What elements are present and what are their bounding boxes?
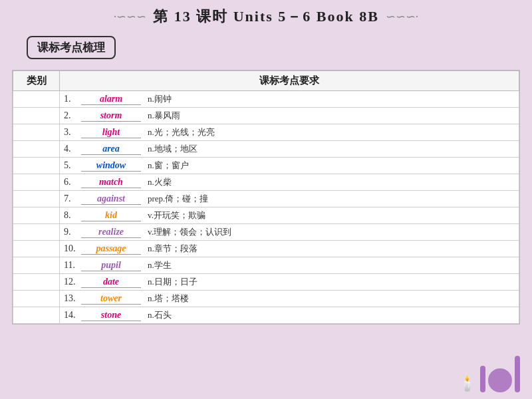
word-number: 7. xyxy=(64,194,78,204)
word-entry-cell: 7.againstprep.倚；碰；撞 xyxy=(60,191,519,207)
word-definition: n.地域；地区 xyxy=(148,143,198,155)
word-definition: n.塔；塔楼 xyxy=(148,293,189,305)
word-number: 5. xyxy=(64,160,78,171)
word-entry-cell: 3.lightn.光；光线；光亮 xyxy=(60,124,519,141)
subtitle-label: 课标考点梳理 xyxy=(27,36,116,59)
table-row: 12.daten.日期；日子 xyxy=(13,274,519,291)
word-entry-cell: 2.stormn.暴风雨 xyxy=(60,108,519,124)
word-entry-cell: 6.matchn.火柴 xyxy=(60,174,519,191)
word-number: 4. xyxy=(64,144,78,154)
table-row: 7.againstprep.倚；碰；撞 xyxy=(13,191,519,207)
deco-right: ∽∽∽· xyxy=(386,9,419,24)
table-row: 8.kidv.开玩笑；欺骗 xyxy=(13,207,519,224)
word-entry-cell: 9.realizev.理解；领会；认识到 xyxy=(60,224,519,241)
page-header: ·∽∽∽ 第 13 课时 Units 5－6 Book 8B ∽∽∽· xyxy=(0,0,532,33)
word-entry-cell: 1.alarmn.闹钟 xyxy=(60,91,519,108)
vocab-word: pupil xyxy=(81,260,141,271)
col-header-category: 类别 xyxy=(13,71,60,91)
word-definition: n.章节；段落 xyxy=(148,243,198,255)
deco-circle xyxy=(488,368,512,392)
category-cell xyxy=(13,174,60,191)
table-row: 5.windown.窗；窗户 xyxy=(13,158,519,174)
category-cell xyxy=(13,158,60,174)
category-cell xyxy=(13,191,60,207)
category-cell xyxy=(13,274,60,291)
word-number: 3. xyxy=(64,127,78,138)
vocab-word: alarm xyxy=(81,94,141,105)
table-row: 10.passagen.章节；段落 xyxy=(13,241,519,257)
word-entry-cell: 11.pupiln.学生 xyxy=(60,257,519,274)
word-definition: n.闹钟 xyxy=(148,93,172,105)
col-header-requirements: 课标考点要求 xyxy=(60,71,519,91)
vocab-word: date xyxy=(81,277,141,288)
page-title: 第 13 课时 Units 5－6 Book 8B xyxy=(153,7,379,27)
word-number: 13. xyxy=(64,293,78,304)
table-row: 2.stormn.暴风雨 xyxy=(13,108,519,124)
category-cell xyxy=(13,141,60,158)
vocab-word: storm xyxy=(81,110,141,122)
vocab-word: realize xyxy=(81,227,141,238)
word-definition: prep.倚；碰；撞 xyxy=(148,193,208,205)
category-cell xyxy=(13,224,60,241)
category-cell xyxy=(13,91,60,108)
table-row: 14.stonen.石头 xyxy=(13,307,519,324)
word-definition: n.暴风雨 xyxy=(148,110,180,122)
word-entry-cell: 4.arean.地域；地区 xyxy=(60,141,519,158)
word-definition: v.理解；领会；认识到 xyxy=(148,226,231,238)
category-cell xyxy=(13,108,60,124)
table-row: 1.alarmn.闹钟 xyxy=(13,91,519,108)
decoration-bottom-right: 🕯️ xyxy=(458,356,520,392)
word-number: 9. xyxy=(64,227,78,237)
deco-left: ·∽∽∽ xyxy=(114,9,147,24)
word-entry-cell: 5.windown.窗；窗户 xyxy=(60,158,519,174)
word-entry-cell: 13.towern.塔；塔楼 xyxy=(60,291,519,307)
vocab-word: window xyxy=(81,160,141,172)
deco-stick-right xyxy=(515,356,520,392)
word-number: 11. xyxy=(64,260,78,271)
vocab-table: 类别 课标考点要求 1.alarmn.闹钟2.stormn.暴风雨3.light… xyxy=(13,70,519,324)
word-definition: n.日期；日子 xyxy=(148,276,198,288)
vocab-word: kid xyxy=(81,210,141,221)
category-cell xyxy=(13,124,60,141)
deco-stick-left xyxy=(480,366,485,392)
table-row: 6.matchn.火柴 xyxy=(13,174,519,191)
word-number: 8. xyxy=(64,210,78,221)
vocab-word: stone xyxy=(81,310,141,321)
table-row: 9.realizev.理解；领会；认识到 xyxy=(13,224,519,241)
word-definition: n.窗；窗户 xyxy=(148,160,189,172)
category-cell xyxy=(13,291,60,307)
word-number: 10. xyxy=(64,243,78,254)
vocab-word: match xyxy=(81,177,141,188)
word-number: 2. xyxy=(64,110,78,121)
word-number: 14. xyxy=(64,310,78,321)
word-definition: n.石头 xyxy=(148,309,172,321)
word-entry-cell: 12.daten.日期；日子 xyxy=(60,274,519,291)
table-row: 3.lightn.光；光线；光亮 xyxy=(13,124,519,141)
category-cell xyxy=(13,207,60,224)
table-row: 11.pupiln.学生 xyxy=(13,257,519,274)
category-cell xyxy=(13,307,60,324)
word-number: 1. xyxy=(64,94,78,104)
vocab-table-container: 类别 课标考点要求 1.alarmn.闹钟2.stormn.暴风雨3.light… xyxy=(12,70,520,325)
vocab-word: tower xyxy=(81,293,141,305)
word-number: 6. xyxy=(64,177,78,188)
vocab-word: against xyxy=(81,194,141,205)
word-definition: n.学生 xyxy=(148,259,172,271)
flame-icon: 🕯️ xyxy=(458,375,476,392)
table-row: 13.towern.塔；塔楼 xyxy=(13,291,519,307)
word-definition: v.开玩笑；欺骗 xyxy=(148,209,205,221)
table-row: 4.arean.地域；地区 xyxy=(13,141,519,158)
word-number: 12. xyxy=(64,277,78,287)
vocab-word: area xyxy=(81,144,141,155)
word-entry-cell: 14.stonen.石头 xyxy=(60,307,519,324)
word-definition: n.火柴 xyxy=(148,176,172,188)
category-cell xyxy=(13,241,60,257)
word-entry-cell: 10.passagen.章节；段落 xyxy=(60,241,519,257)
word-definition: n.光；光线；光亮 xyxy=(148,126,215,138)
word-entry-cell: 8.kidv.开玩笑；欺骗 xyxy=(60,207,519,224)
vocab-word: passage xyxy=(81,243,141,255)
category-cell xyxy=(13,257,60,274)
vocab-word: light xyxy=(81,127,141,138)
